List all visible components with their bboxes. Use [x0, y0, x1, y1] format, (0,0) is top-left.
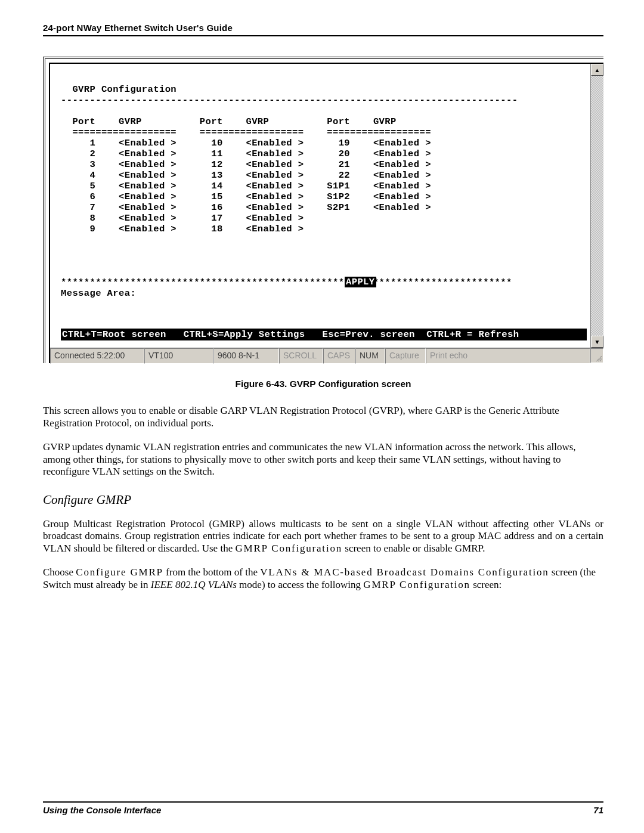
page: 24-port NWay Ethernet Switch User's Guid… — [0, 0, 644, 833]
terminal-text: GVRP Configuration ---------------------… — [52, 66, 587, 299]
page-header-title: 24-port NWay Ethernet Switch User's Guid… — [43, 23, 603, 33]
status-scroll: SCROLL — [279, 348, 323, 364]
hotkey-bar: CTRL+T=Root screen CTRL+S=Apply Settings… — [61, 329, 587, 340]
status-num: NUM — [355, 348, 385, 364]
footer-rule — [43, 801, 603, 803]
figure-caption: Figure 6-43. GVRP Configuration screen — [43, 379, 603, 389]
page-footer: Using the Console Interface 71 — [43, 801, 603, 815]
p4-text-c: from the bottom of the — [163, 566, 260, 578]
terminal-body: GVRP Configuration ---------------------… — [52, 66, 587, 348]
p4-screen-name-1: VLANs & MAC-based Broadcast Domains Conf… — [260, 566, 549, 578]
subheading-configure-gmrp: Configure GMRP — [43, 493, 603, 507]
header-rule — [43, 35, 603, 36]
footer-section: Using the Console Interface — [43, 805, 161, 815]
status-printecho: Print echo — [426, 348, 590, 364]
scroll-down-button[interactable]: ▼ — [591, 336, 603, 348]
triangle-up-icon: ▲ — [595, 67, 600, 73]
vertical-scrollbar[interactable]: ▲ ▼ — [590, 64, 603, 348]
paragraph-2: GVRP updates dynamic VLAN registration e… — [43, 441, 603, 478]
status-bar: Connected 5:22:00 VT100 9600 8-N-1 SCROL… — [50, 348, 603, 363]
paragraph-3: Group Multicast Registration Protocol (G… — [43, 518, 603, 555]
footer-page-number: 71 — [593, 805, 603, 815]
resize-grip-icon[interactable] — [590, 348, 603, 363]
triangle-down-icon: ▼ — [595, 339, 600, 345]
p4-text-i: screen: — [470, 579, 501, 590]
apply-button[interactable]: APPLY — [345, 277, 376, 287]
status-capture: Capture — [385, 348, 426, 364]
status-serial: 9600 8-N-1 — [213, 348, 279, 364]
paragraph-4: Choose Configure GMRP from the bottom of… — [43, 566, 603, 591]
p3-text-c: screen to enable or disable GMRP. — [342, 543, 485, 554]
status-connected: Connected 5:22:00 — [50, 348, 144, 364]
p4-text-g: mode) to access the following — [237, 579, 363, 590]
p4-mode-name: IEEE 802.1Q VLANs — [151, 579, 237, 590]
p3-screen-name: GMRP Configuration — [235, 543, 342, 554]
status-emulation: VT100 — [144, 348, 213, 364]
paragraph-1: This screen allows you to enable or disa… — [43, 405, 603, 429]
p4-text-a: Choose — [43, 566, 76, 578]
p4-menu-item: Configure GMRP — [76, 566, 163, 578]
status-caps: CAPS — [323, 348, 355, 364]
terminal-window: GVRP Configuration ---------------------… — [43, 57, 603, 363]
scroll-up-button[interactable]: ▲ — [591, 64, 603, 76]
p4-screen-name-2: GMRP Configuration — [363, 579, 470, 590]
